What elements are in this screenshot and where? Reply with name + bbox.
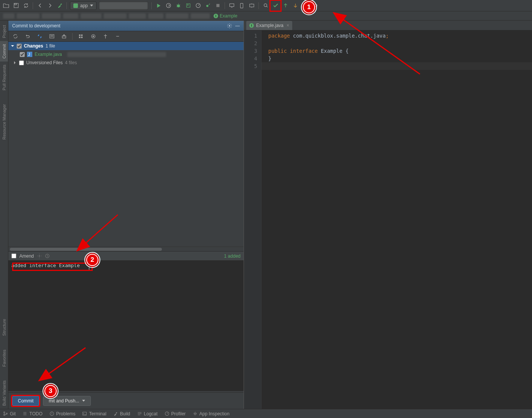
bottom-terminal[interactable]: Terminal [82,411,106,416]
annotation-callout-2: 2 [86,253,99,267]
svg-rect-8 [230,4,234,7]
coverage-icon[interactable] [184,2,192,10]
open-folder-icon[interactable] [2,2,10,10]
changelist-icon[interactable] [48,33,55,40]
rail-favorites[interactable]: Favorites [0,347,8,370]
horizontal-scrollbar[interactable] [8,247,244,251]
left-tool-rail: Project Commit Pull Requests Resource Ma… [0,21,8,409]
history-icon[interactable] [45,253,50,258]
breadcrumb-bar: I Example [0,11,532,21]
collapse-icon[interactable] [114,33,121,40]
sync-icon[interactable] [22,2,30,10]
amend-checkbox[interactable] [11,253,16,258]
amend-row: Amend 1 added [8,251,244,260]
unversioned-node[interactable]: Unversioned Files 4 files [8,59,244,67]
changes-tree: Changes 1 file J Example.java Unversione… [8,42,244,217]
avd-manager-icon[interactable] [228,2,236,10]
svg-point-2 [166,3,170,8]
update-project-icon[interactable] [282,2,289,10]
debug-icon[interactable] [174,2,182,10]
sdk-manager-icon[interactable] [248,2,255,10]
minimize-icon[interactable]: — [235,23,240,28]
save-icon[interactable] [12,2,20,10]
svg-point-3 [177,5,180,8]
commit-panel-title: Commit to development [12,23,60,28]
bottom-todo[interactable]: TODO [22,411,42,416]
back-arrow-icon[interactable] [36,2,44,10]
gear-icon[interactable] [227,23,232,28]
expand-icon[interactable] [101,33,109,40]
commit-panel-toolbar [8,31,244,42]
breadcrumb-current[interactable]: I Example [214,13,238,19]
tab-label: Example.java [256,23,283,28]
refresh-icon[interactable] [11,33,19,40]
svg-text:J: J [28,52,30,57]
attach-debugger-icon[interactable] [204,2,212,10]
code-editor[interactable]: 1 2 3 4 5 package com.quickblox.sample.c… [244,30,532,409]
rollback-icon[interactable] [24,33,31,40]
diff-icon[interactable] [36,33,43,40]
commit-panel-title-bar: Commit to development — [8,21,244,31]
rail-build-variants[interactable]: Build Variants [0,377,8,409]
svg-point-21 [93,36,94,37]
profiler-icon[interactable] [194,2,202,10]
rail-structure[interactable]: Structure [0,316,8,339]
unversioned-checkbox[interactable] [19,60,24,65]
rail-pull-requests[interactable]: Pull Requests [0,62,8,93]
svg-rect-10 [249,4,253,7]
svg-rect-19 [81,36,82,38]
close-icon[interactable]: × [287,23,289,28]
changed-file-row[interactable]: J Example.java [8,50,244,59]
list-icon [22,411,27,416]
commit-message-area [8,260,244,392]
shelve-icon[interactable] [60,33,68,40]
android-icon [73,3,78,8]
search-icon[interactable] [262,2,269,10]
interface-badge-icon: I [214,14,218,18]
rail-resource-manager[interactable]: Resource Manager [0,101,8,143]
main-layout: Project Commit Pull Requests Resource Ma… [0,21,532,409]
view-options-icon[interactable] [89,33,97,40]
forward-arrow-icon[interactable] [46,2,54,10]
editor-code[interactable]: package com.quickblox.sample.chat.java; … [261,30,532,409]
svg-rect-14 [49,35,54,38]
group-icon[interactable] [77,33,85,40]
warning-icon [49,411,54,416]
editor-area: I Example.java × 1 2 3 4 5 package com.q… [244,21,532,409]
hammer-icon [113,411,118,416]
apply-changes-icon[interactable] [165,2,172,10]
gear-icon[interactable] [37,253,42,258]
branch-icon [3,411,8,416]
play-icon[interactable] [155,2,162,10]
bottom-build[interactable]: Build [113,411,130,416]
commit-check-icon[interactable] [272,2,279,10]
bottom-problems[interactable]: Problems [49,411,76,416]
commit-message-input[interactable] [8,260,244,391]
editor-tab-example[interactable]: I Example.java × [246,21,292,30]
rail-commit[interactable]: Commit [0,41,8,62]
terminal-icon [82,411,87,416]
hammer-icon[interactable] [56,2,63,10]
java-file-icon: J [27,52,32,57]
run-config-selector[interactable]: app [70,2,97,10]
bottom-profiler[interactable]: Profiler [165,411,186,416]
editor-gutter: 1 2 3 4 5 [244,30,261,409]
svg-point-13 [229,25,230,27]
stop-icon[interactable] [214,2,222,10]
svg-rect-9 [241,3,243,8]
file-checkbox[interactable] [20,52,25,57]
changes-label: Changes [24,43,43,49]
device-selector[interactable] [99,2,148,10]
commit-button[interactable]: Commit [12,396,39,406]
device-manager-icon[interactable] [238,2,245,10]
bottom-logcat[interactable]: Logcat [137,411,158,416]
changes-node[interactable]: Changes 1 file [8,42,244,50]
bottom-app-inspection[interactable]: App Inspection [193,411,230,416]
svg-point-11 [264,4,267,7]
svg-point-27 [4,414,5,415]
rail-project[interactable]: Project [0,22,8,41]
changes-checkbox[interactable] [17,44,22,49]
bottom-git[interactable]: Git [3,411,16,416]
chevron-down-icon [90,5,93,6]
push-icon[interactable] [291,2,299,10]
